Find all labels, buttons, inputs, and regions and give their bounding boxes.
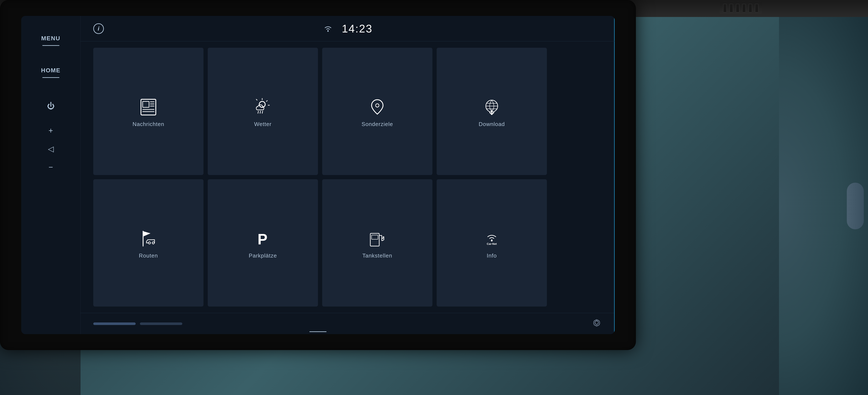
main-content: i 14:23 (81, 16, 615, 334)
svg-rect-2 (143, 102, 149, 107)
grid-item-nachrichten[interactable]: Nachrichten (93, 48, 204, 175)
grid-item-tankstellen[interactable]: Tankstellen (322, 179, 432, 307)
nachrichten-label: Nachrichten (132, 121, 164, 128)
menu-underline (42, 45, 59, 46)
volume-icon: ◁ (48, 144, 54, 153)
weather-icon (253, 97, 272, 117)
svg-point-16 (376, 104, 379, 107)
door-handle (847, 182, 864, 229)
right-dashboard (779, 17, 868, 395)
grid-item-wetter[interactable]: Wetter (208, 48, 318, 175)
volume-down-button[interactable]: − (21, 158, 80, 176)
time-display: 14:23 (342, 22, 372, 35)
power-button[interactable]: ⏻ (21, 97, 80, 115)
svg-text:P: P (257, 231, 268, 248)
wifi-icon (322, 24, 333, 33)
svg-point-23 (148, 242, 151, 244)
minus-icon: − (49, 163, 53, 172)
sonderziele-label: Sonderziele (362, 121, 393, 128)
settings-button[interactable] (591, 317, 602, 330)
grid-row-2: Routen P Parkplätze (93, 179, 602, 307)
tankstellen-label: Tankstellen (362, 252, 392, 259)
infotainment-screen: MENU HOME ⏻ + ◁ (21, 16, 615, 334)
svg-text:Car-Net: Car-Net (487, 242, 497, 246)
scroll-pill-2 (140, 322, 182, 325)
routes-icon (139, 229, 158, 248)
settings-gear-icon (591, 317, 602, 328)
sidebar-item-home[interactable]: HOME (21, 61, 80, 84)
svg-point-0 (327, 31, 329, 32)
car-interior: PASSENGER AIR BAG OFF ⚡ ON ⊘ (0, 0, 868, 395)
svg-rect-27 (372, 235, 378, 239)
grid-item-info[interactable]: Car-Net Info (437, 179, 547, 307)
svg-line-10 (267, 101, 267, 102)
grid-row-1: Nachrichten (93, 48, 602, 175)
home-label: HOME (41, 67, 61, 74)
plus-icon: + (49, 126, 53, 135)
svg-point-30 (595, 321, 598, 325)
fuel-icon (368, 229, 387, 248)
home-underline (42, 77, 59, 78)
top-bar-center: 14:23 (322, 22, 372, 35)
sidebar-item-menu[interactable]: MENU (21, 29, 80, 52)
grid-item-routen[interactable]: Routen (93, 179, 204, 307)
svg-line-15 (262, 111, 262, 113)
scroll-indicators (93, 322, 182, 325)
svg-line-12 (256, 99, 257, 100)
newspaper-icon (139, 97, 158, 117)
parking-icon: P (253, 229, 272, 248)
grid-item-sonderziele[interactable]: Sonderziele (322, 48, 432, 175)
download-label: Download (478, 121, 505, 128)
top-bar: i 14:23 (81, 16, 615, 41)
svg-point-24 (152, 242, 154, 244)
wetter-label: Wetter (254, 121, 272, 128)
svg-line-14 (260, 111, 260, 113)
routen-label: Routen (139, 252, 158, 259)
svg-point-28 (491, 240, 493, 242)
svg-point-8 (259, 102, 265, 107)
menu-label: MENU (41, 35, 60, 42)
bottom-bar (81, 313, 615, 334)
parkplaetze-label: Parkplätze (249, 252, 277, 259)
info-label: Info (487, 252, 497, 259)
svg-line-13 (258, 111, 258, 113)
grid-item-download[interactable]: Download (437, 48, 547, 175)
scroll-pill-1 (93, 322, 136, 325)
volume-up-button[interactable]: + (21, 121, 80, 140)
power-icon: ⏻ (47, 102, 55, 111)
screen-bezel: MENU HOME ⏻ + ◁ (0, 0, 636, 350)
right-vent (720, 2, 762, 14)
volume-icon-button[interactable]: ◁ (21, 140, 80, 158)
top-bar-left: i (93, 23, 104, 34)
right-accent-line (614, 16, 615, 334)
download-globe-icon (482, 97, 501, 117)
carnet-icon: Car-Net (482, 229, 501, 248)
app-grid: Nachrichten (81, 41, 615, 313)
grid-item-parkplaetze[interactable]: P Parkplätze (208, 179, 318, 307)
sidebar: MENU HOME ⏻ + ◁ (21, 16, 81, 334)
info-icon[interactable]: i (93, 23, 104, 34)
poi-icon (368, 97, 387, 117)
